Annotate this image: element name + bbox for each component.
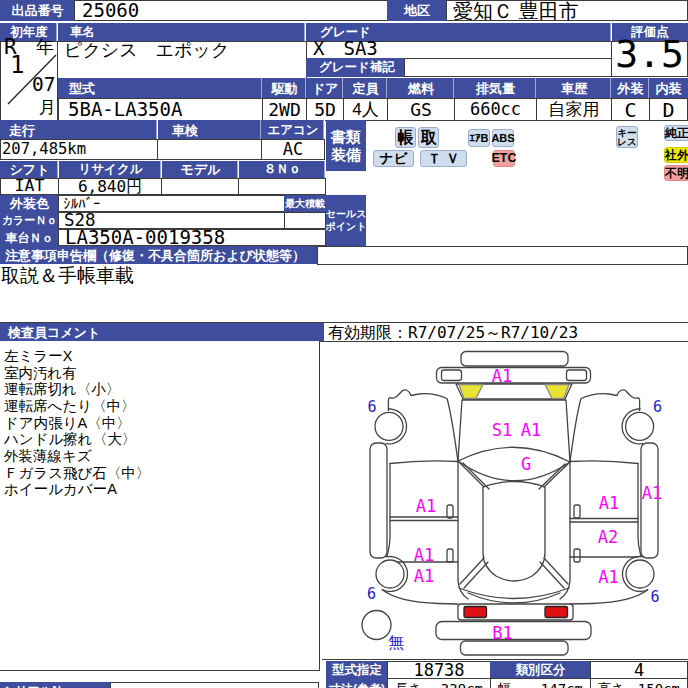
fuel-value: GS (387, 98, 455, 121)
inspection-value (157, 139, 262, 160)
length-label: 長さ (395, 682, 421, 688)
color-no-label: カラーＮｏ (0, 212, 59, 229)
badge-record-book: 帳 (395, 127, 416, 148)
badge-abs: ABS (492, 129, 514, 147)
notes-extra-cell (317, 246, 688, 265)
left-sill-shape (370, 443, 387, 558)
mark-rear-bumper: B1 (492, 623, 512, 643)
right-door-divider1 (570, 519, 638, 523)
mark-hood-1: S1 (492, 420, 512, 440)
badge-unknown: 不明 (664, 165, 688, 181)
height-label: 高さ (598, 682, 624, 688)
exterior-grade-value: C (611, 98, 650, 121)
mark-right-quarter: A1 (598, 567, 618, 587)
shift-value: IAT (0, 178, 59, 195)
right-door-inner-edge (560, 462, 570, 600)
front-bumper-shape (461, 352, 568, 367)
hatch-arc-outer (459, 588, 569, 599)
right-rear-lower (570, 590, 648, 604)
lot-number-label: 出品番号 (0, 0, 75, 21)
dimension-width-cell: 幅 147cm (490, 678, 591, 688)
sales-point-label: セールス ポイント (326, 195, 366, 246)
first-year-era-unit: 年 (36, 38, 54, 56)
type-designation-label: 型式指定 (326, 661, 388, 679)
spare-tire-none: 無 (388, 633, 404, 652)
dimensions-label: 寸法(参考) (326, 678, 388, 688)
car-name-value: ピクシス エポック (57, 41, 307, 79)
grade-note-value (404, 58, 612, 77)
tire-depth-rear-right: 6 (650, 588, 659, 606)
no8-label: ８Ｎｏ (239, 161, 326, 178)
sales-point-line2: ポイント (326, 222, 367, 232)
comment-line: 運転席切れ〈小〉 (4, 381, 316, 398)
inspection-label: 車検 (158, 120, 262, 140)
first-year-month-unit: 月 (39, 99, 56, 116)
wheel-front-left (375, 412, 403, 440)
comment-line: 運転席へたり〈中〉 (4, 398, 316, 415)
model-year-value (161, 178, 239, 195)
no8-value (238, 178, 326, 195)
mark-roof: G (521, 454, 531, 474)
wheel-rear-left (376, 560, 404, 588)
recycle-label: リサイクル (59, 161, 162, 178)
comment-line: ホイールカバーA (4, 481, 316, 498)
mark-left-front-door: A1 (416, 496, 436, 516)
docs-label-line1: 書類 (331, 129, 361, 144)
width-value: 147cm (541, 682, 583, 688)
class-category-value: 4 (590, 661, 688, 679)
chassis-no-value: LA350A-0019358 (58, 229, 326, 246)
first-year-month: 07 (32, 75, 55, 95)
chassis-no-label: 車台Ｎｏ (0, 229, 59, 246)
tail-lamp-right (545, 607, 568, 618)
fuel-label: 燃料 (387, 78, 455, 99)
history-value: 自家用 (536, 98, 612, 121)
score-value: 3.5 (611, 41, 688, 77)
left-rear-lower (382, 590, 458, 604)
class-category-label: 類別区分 (490, 661, 591, 679)
docs-equipment-label: 書類 装備 (326, 120, 366, 171)
car-name-label: 車名 (58, 23, 306, 41)
mileage-label: 走行 (0, 120, 158, 140)
area-label: 地区 (387, 0, 447, 21)
grade-note-label: グレード補記 (306, 58, 405, 77)
displacement-value: 660cc (454, 98, 537, 121)
cowl-highlight-left (459, 385, 483, 399)
exterior-grade-label: 外装 (611, 78, 650, 99)
badge-manual: 取 (418, 127, 439, 148)
badge-oem: 純正 (664, 125, 688, 141)
aircon-label: エアコン (261, 120, 325, 140)
dimension-length-cell: 長さ 339cm (387, 678, 491, 688)
divider-comments-bottom (0, 670, 320, 671)
right-door-top (570, 461, 638, 464)
comment-line: 室内汚れ有 (4, 365, 316, 382)
mark-hood-2: A1 (521, 420, 541, 440)
wheel-rear-right (626, 560, 654, 588)
car-damage-diagram: A1 S1 A1 G A1 A1 A1 A1 A2 A1 A1 B1 6 6 6… (318, 341, 688, 660)
capacity-label: 定員 (343, 78, 388, 99)
comment-line: Ｆガラス飛び石〈中〉 (4, 465, 316, 482)
badge-etc: ETC (493, 150, 515, 167)
badge-aftermarket: 社外 (664, 147, 688, 163)
aircon-value: AC (261, 139, 325, 160)
serial-no-value (110, 682, 319, 688)
headlight-right-shape (567, 370, 587, 381)
height-value: 150cm (638, 682, 680, 688)
tire-depth-rear-left: 6 (367, 585, 376, 603)
badge-navi: ナビ (373, 150, 414, 167)
mark-right-rear-door: A2 (598, 527, 618, 547)
drive-label: 駆動 (262, 78, 307, 99)
serial-no-label: シリアルNo (0, 682, 111, 688)
badge-tv: ＴＶ (420, 150, 467, 167)
c-pillar-right (540, 558, 568, 588)
hood-shape (458, 400, 570, 462)
wheel-front-right (626, 412, 654, 440)
left-rear-door-handle (447, 549, 453, 562)
drive-value: 2WD (262, 98, 307, 121)
tire-depth-front-right: 6 (653, 398, 662, 416)
area-value: 愛知Ｃ 豊田市 (446, 0, 688, 21)
badge-keyless-line2: レス (617, 137, 636, 147)
left-front-door-handle (447, 505, 453, 518)
docs-label-line2: 装備 (331, 147, 361, 162)
validity-period: 有効期限：R7/07/25～R7/10/23 (328, 325, 578, 341)
tail-lamp-left (464, 607, 487, 618)
